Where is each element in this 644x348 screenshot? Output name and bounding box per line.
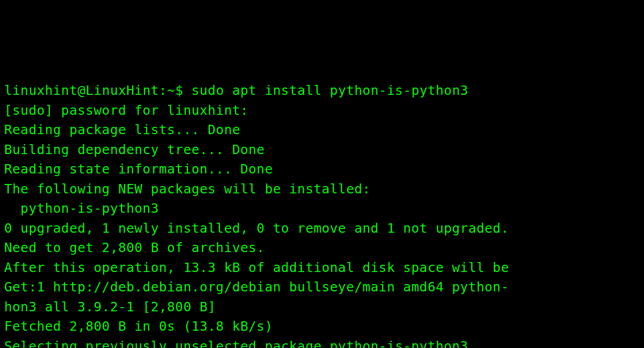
command-input[interactable]: sudo apt install python-is-python3: [192, 83, 469, 98]
prompt-host: LinuxHint: [86, 83, 159, 98]
prompt-colon: :: [159, 83, 168, 98]
output-line: The following NEW packages will be insta…: [4, 179, 640, 199]
prompt-symbol: $: [175, 83, 184, 98]
output-line: Reading state information... Done: [4, 159, 640, 179]
output-line: Building dependency tree... Done: [4, 140, 640, 160]
output-line: 0 upgraded, 1 newly installed, 0 to remo…: [4, 219, 640, 238]
output-line: Fetched 2,800 B in 0s (13.8 kB/s): [4, 317, 640, 336]
prompt-line: linuxhint@LinuxHint:~$ sudo apt install …: [4, 81, 640, 101]
output-line: [sudo] password for linuxhint:: [4, 101, 640, 121]
output-line: python-is-python3: [4, 199, 640, 219]
output-line: Reading package lists... Done: [4, 120, 640, 140]
output-line: hon3 all 3.9.2-1 [2,800 B]: [4, 297, 640, 317]
output-line: Get:1 http://deb.debian.org/debian bulls…: [4, 277, 640, 297]
prompt-user: linuxhint: [4, 83, 77, 98]
terminal-window[interactable]: linuxhint@LinuxHint:~$ sudo apt install …: [4, 81, 640, 348]
output-line: After this operation, 13.3 kB of additio…: [4, 258, 640, 278]
prompt-at: @: [77, 83, 86, 98]
output-line: Need to get 2,800 B of archives.: [4, 238, 640, 258]
prompt-path: ~: [167, 83, 175, 98]
output-line: Selecting previously unselected package …: [4, 336, 640, 349]
